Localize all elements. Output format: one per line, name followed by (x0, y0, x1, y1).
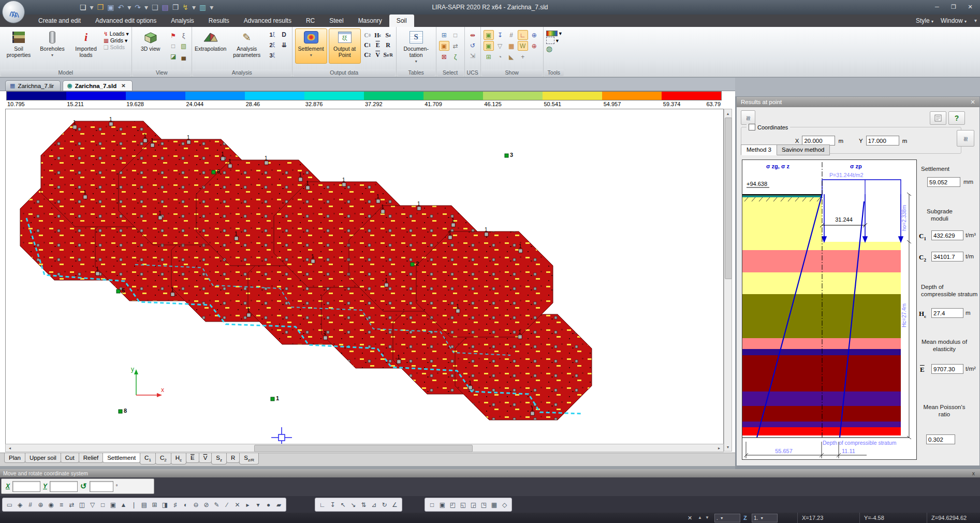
select-plate-icon[interactable]: ▣ (439, 41, 449, 51)
doc-tab-sld[interactable]: ◉ Zarichna_7.sld ✕ (63, 80, 133, 91)
view-tab-settlement[interactable]: Settlement (103, 453, 140, 463)
terrain-icon[interactable]: ◪ (168, 51, 179, 61)
transform-y-input[interactable] (50, 481, 78, 492)
3d-view-button[interactable]: 3D view (135, 28, 167, 64)
imported-loads-button[interactable]: i Imported loads (70, 28, 102, 64)
recalculate-button[interactable]: ≋ (957, 130, 974, 147)
show-axes-icon[interactable]: ∟ (518, 30, 528, 40)
ribbon-tab-rc[interactable]: RC (299, 14, 322, 27)
analysis-parameters-button[interactable]: ✎ Analysis parameters (228, 28, 266, 64)
add-element-icon[interactable]: ⊞ (439, 30, 449, 40)
y-coord-input[interactable] (866, 136, 899, 146)
bottom-toolbar-icon[interactable]: ⇄ (67, 500, 77, 510)
brush-icon[interactable]: ζ (450, 52, 461, 62)
panel-close-icon[interactable]: ✕ (970, 97, 975, 107)
scroll-right-icon[interactable]: ▸ (715, 444, 723, 452)
soil-cut-icon[interactable]: ▄ (179, 51, 189, 61)
method-2-icon[interactable]: 2ξ (267, 40, 277, 50)
bottom-toolbar-icon[interactable]: ⊖ (191, 500, 201, 510)
selection-area-icon[interactable]: ▧ (179, 41, 189, 51)
ribbon-tab-create-and-edit[interactable]: Create and edit (31, 14, 88, 27)
extrapolation-button[interactable]: Extrapolation (195, 28, 227, 64)
quick-load-icon[interactable]: ↯ (181, 2, 189, 13)
show-values-icon[interactable]: W (518, 41, 528, 51)
bottom-toolbar-icon[interactable]: ⊕ (36, 500, 46, 510)
step-up-icon[interactable]: ▲ (698, 513, 702, 523)
menu-style[interactable]: Style ▾ (916, 14, 933, 27)
snap-step-combo[interactable]: . ▼ (714, 514, 740, 522)
bottom-toolbar-icon[interactable]: ♯ (170, 500, 180, 510)
bottom-toolbar-icon[interactable]: ◰ (448, 500, 458, 510)
selection-box-icon[interactable]: □ (168, 41, 179, 51)
ribbon-tab-results[interactable]: Results (201, 14, 237, 27)
bottom-toolbar-icon[interactable]: ▤ (139, 500, 149, 510)
app-logo[interactable] (2, 1, 25, 23)
scale-settings-button[interactable]: ▾ (546, 30, 562, 36)
output-e-button[interactable]: E (373, 40, 383, 50)
show-layers-icon[interactable]: ▽ (495, 41, 505, 51)
borehole-marker[interactable]: 8 (119, 408, 127, 414)
bottom-toolbar-icon[interactable]: ⊘ (201, 500, 211, 510)
bottom-toolbar-icon[interactable]: ◈ (15, 500, 25, 510)
help-button[interactable]: ? (948, 111, 965, 125)
view-tab-sz[interactable]: Sz (211, 453, 227, 464)
e-value[interactable] (931, 364, 963, 374)
report-button[interactable] (930, 111, 946, 125)
c2-value[interactable] (931, 252, 963, 262)
show-loads-icon[interactable]: ↧ (495, 30, 505, 40)
pack-model-icon[interactable]: ❑ (151, 2, 159, 13)
method-3-icon[interactable]: 3ξ (267, 50, 277, 60)
bottom-toolbar-icon[interactable]: ↧ (328, 500, 338, 510)
save-ucs-icon[interactable]: ⇲ (467, 51, 478, 61)
output-c1-button[interactable]: C1 (362, 40, 373, 50)
bottom-toolbar-icon[interactable]: ∠ (390, 500, 400, 510)
view-tab-c2[interactable]: C2 (155, 453, 171, 464)
redo-icon[interactable]: ↷ (134, 2, 142, 13)
borehole-marker[interactable]: 1 (271, 395, 279, 401)
bottom-toolbar-icon[interactable]: ✕ (232, 500, 242, 510)
bottom-toolbar-icon[interactable]: ● (264, 500, 273, 510)
bottom-toolbar-icon[interactable]: ◲ (469, 500, 478, 510)
bottom-toolbar-icon[interactable]: ⇅ (359, 500, 369, 510)
bottom-toolbar-icon[interactable]: ⊿ (369, 500, 379, 510)
x-axis-icon[interactable]: ✕ (688, 513, 692, 523)
bottom-toolbar-icon[interactable]: ▲ (119, 500, 128, 510)
view-tab-sz-r[interactable]: Sz/R (239, 453, 259, 464)
z-level-combo[interactable]: 1. ▼ (752, 514, 778, 522)
view-tab-relief[interactable]: Relief (79, 453, 103, 463)
new-file-icon[interactable]: ❏ (79, 2, 87, 13)
hint-close-icon[interactable]: x (972, 469, 975, 477)
output-hc-button[interactable]: Hc (373, 31, 383, 40)
boreholes-button[interactable]: Boreholes ▾ (36, 28, 68, 64)
scroll-down-icon[interactable]: ▾ (724, 443, 732, 451)
chart-icon[interactable]: ▥ (198, 2, 207, 13)
bottom-toolbar-icon[interactable]: ∕ (222, 500, 232, 510)
hc-value[interactable] (931, 308, 963, 318)
transform-x-input[interactable] (12, 481, 40, 492)
bottom-toolbar-icon[interactable]: □ (98, 500, 108, 510)
step-down-icon[interactable]: ▼ (705, 513, 709, 523)
poisson-value[interactable] (926, 434, 955, 444)
ribbon-tab-analysis[interactable]: Analysis (164, 14, 201, 27)
remove-element-icon[interactable]: ⊠ (439, 52, 449, 62)
bottom-toolbar-icon[interactable]: ▣ (108, 500, 118, 510)
undo-icon[interactable]: ↶ (116, 2, 125, 13)
maximize-icon[interactable]: ❐ (946, 2, 961, 12)
canvas-horizontal-scrollbar[interactable]: ◂ ▸ (5, 444, 724, 452)
rotate-ucs-icon[interactable]: ↺ (467, 40, 478, 50)
bottom-toolbar-icon[interactable]: ≡ (56, 500, 66, 510)
ribbon-tab-soil[interactable]: Soil (389, 14, 414, 27)
tab-close-icon[interactable]: ✕ (121, 83, 125, 89)
bottom-toolbar-icon[interactable]: ✎ (212, 500, 222, 510)
bottom-toolbar-icon[interactable]: ▣ (437, 500, 447, 510)
color-scale-bar[interactable] (6, 91, 722, 100)
bottom-toolbar-icon[interactable]: ◉ (46, 500, 56, 510)
transform-angle-input[interactable] (90, 481, 113, 492)
ribbon-tab-advanced-edit-options[interactable]: Advanced edit options (88, 14, 164, 27)
scrollbar-thumb[interactable] (725, 118, 732, 279)
bottom-toolbar-icon[interactable]: ▭ (5, 500, 14, 510)
zoom-circle-icon[interactable]: ⊕ (529, 30, 539, 40)
borehole-marker[interactable]: 3 (505, 152, 513, 158)
view-tab-r[interactable]: R (226, 453, 240, 463)
show-grid-icon[interactable]: # (506, 30, 517, 40)
